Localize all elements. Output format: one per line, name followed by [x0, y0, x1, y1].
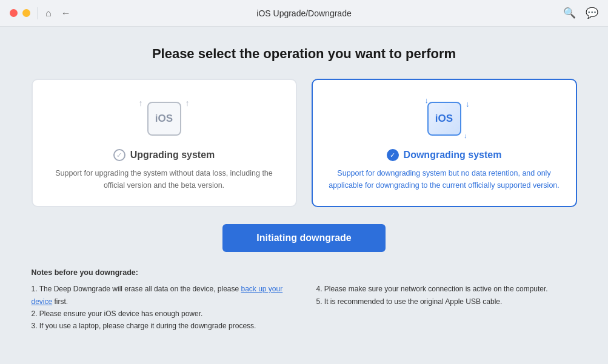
note-5: 5. It is recommended to use the original…: [316, 296, 577, 308]
window-title: iOS Upgrade/Downgrade: [256, 8, 351, 18]
option-cards-row: ↑ iOS ↑ ✓ Upgrading system Support for u…: [32, 79, 577, 207]
window-controls: [10, 9, 30, 17]
note-3: 3. If you use a laptop, please charge it…: [32, 320, 292, 332]
minimize-button[interactable]: [22, 9, 30, 17]
arrow-down-3-icon: ↓: [464, 132, 467, 139]
notes-section: Notes before you downgrade: 1. The Deep …: [32, 266, 577, 333]
notes-columns: 1. The Deep Downgrade will erase all dat…: [32, 283, 577, 333]
close-button[interactable]: [10, 9, 18, 17]
page-title: Please select the operation you want to …: [152, 46, 456, 62]
upgrade-title-row: ✓ Upgrading system: [113, 149, 215, 161]
notes-right-col: 4. Please make sure your network connect…: [316, 283, 577, 333]
downgrade-title-row: ✓ Downgrading system: [387, 149, 502, 161]
note-1: 1. The Deep Downgrade will erase all dat…: [32, 283, 292, 308]
notes-left-col: 1. The Deep Downgrade will erase all dat…: [32, 283, 292, 333]
main-content: Please select the operation you want to …: [0, 27, 608, 364]
upgrade-title: Upgrading system: [130, 150, 215, 160]
upgrade-card[interactable]: ↑ iOS ↑ ✓ Upgrading system Support for u…: [32, 79, 297, 207]
upgrade-description: Support for upgrading the system without…: [47, 167, 281, 191]
note-4: 4. Please make sure your network connect…: [316, 283, 577, 295]
titlebar-nav: ⌂ ←: [45, 8, 71, 19]
ios-badge-upgrade: iOS: [147, 102, 181, 136]
downgrade-check-icon: ✓: [387, 149, 399, 161]
downgrade-description: Support for downgrading system but no da…: [327, 167, 561, 191]
note-2: 2. Please ensure your iOS device has eno…: [32, 308, 292, 320]
upgrade-check-icon: ✓: [113, 149, 125, 161]
upgrade-icon: ↑ iOS ↑: [142, 97, 186, 141]
notes-title: Notes before you downgrade:: [32, 266, 577, 279]
back-icon[interactable]: ←: [61, 8, 71, 19]
arrow-up-left-icon: ↑: [139, 98, 143, 108]
titlebar: ⌂ ← iOS Upgrade/Downgrade 🔍 💬: [0, 0, 608, 27]
downgrade-icon: ↓ iOS ↓ ↓: [423, 97, 466, 141]
downgrade-card[interactable]: ↓ iOS ↓ ↓ ✓ Downgrading system Support f…: [312, 79, 577, 207]
search-icon[interactable]: 🔍: [563, 7, 576, 19]
ios-badge-downgrade: iOS: [427, 102, 461, 136]
titlebar-right: 🔍 💬: [563, 7, 598, 19]
titlebar-divider: [38, 7, 38, 19]
arrow-up-right-icon: ↑: [185, 98, 190, 108]
chat-icon[interactable]: 💬: [586, 7, 598, 19]
arrow-down-2-icon: ↓: [466, 99, 470, 108]
initiate-downgrade-button[interactable]: Initiating downgrade: [222, 224, 385, 252]
downgrade-title: Downgrading system: [404, 150, 502, 160]
home-icon[interactable]: ⌂: [45, 8, 52, 19]
backup-link[interactable]: back up your device: [32, 285, 283, 305]
